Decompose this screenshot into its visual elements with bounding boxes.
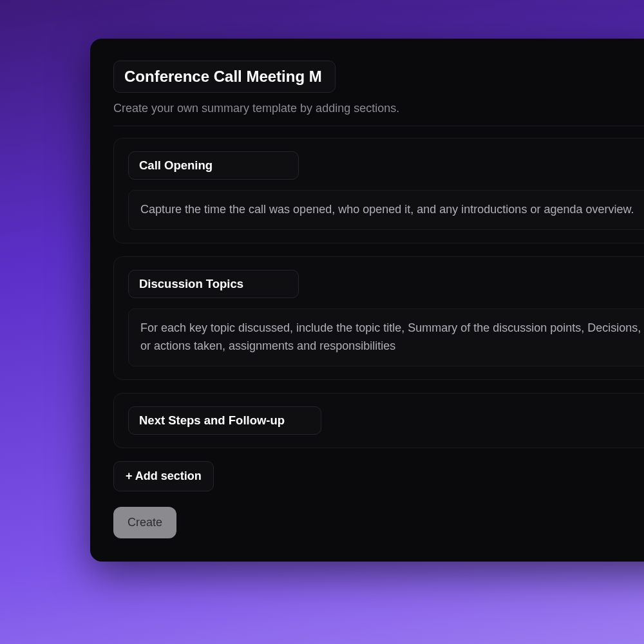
create-button[interactable]: Create — [113, 507, 176, 538]
add-section-button[interactable]: + Add section — [113, 461, 214, 491]
header-divider — [113, 126, 644, 126]
section-description-input[interactable]: Capture the time the call was opened, wh… — [128, 190, 644, 230]
section-title-input[interactable] — [128, 151, 299, 180]
section-card: Capture the time the call was opened, wh… — [113, 138, 644, 243]
section-description-input[interactable]: For each key topic discussed, include th… — [128, 308, 644, 366]
template-subtitle: Create your own summary template by addi… — [113, 102, 644, 115]
section-card — [113, 393, 644, 448]
template-title-input[interactable] — [113, 61, 336, 93]
template-editor-modal: Create your own summary template by addi… — [90, 39, 644, 562]
section-title-input[interactable] — [128, 406, 321, 435]
section-card: For each key topic discussed, include th… — [113, 256, 644, 380]
section-title-input[interactable] — [128, 270, 299, 298]
